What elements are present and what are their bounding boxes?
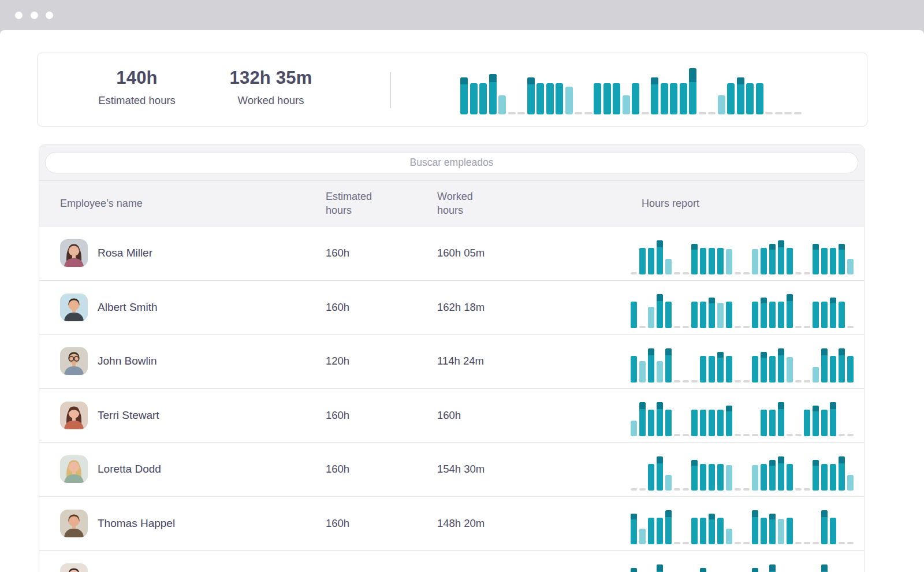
day-bar <box>631 568 637 572</box>
day-bar <box>639 402 646 436</box>
day-bar <box>700 410 706 436</box>
column-header-hours-report: Hours report <box>642 196 699 210</box>
employee-name: Thomas Happel <box>98 517 175 530</box>
day-off-dash <box>639 488 646 491</box>
overtime-cap <box>460 77 468 84</box>
overtime-cap <box>752 568 758 572</box>
estimated-hours-value: 160h <box>326 463 349 476</box>
employee-avatar <box>60 347 88 375</box>
worked-hours-value: 160h <box>437 409 461 422</box>
day-bar <box>787 294 793 328</box>
day-bar <box>648 307 654 328</box>
day-bar <box>726 529 732 544</box>
table-row[interactable]: Loretta Dodd 160h 154h 30m <box>39 443 864 497</box>
day-off-dash <box>683 380 689 382</box>
day-bar <box>778 456 784 491</box>
overtime-cap <box>709 514 715 519</box>
day-off-dash <box>847 542 854 544</box>
day-bar <box>769 244 776 274</box>
table-row[interactable]: John Bowlin 120h 114h 24m <box>39 335 864 389</box>
day-bar <box>761 248 767 274</box>
overtime-cap <box>839 456 845 463</box>
table-row[interactable]: Terri Stewart 160h 160h <box>39 389 864 443</box>
day-off-dash <box>795 488 802 491</box>
day-off-dash <box>794 112 802 114</box>
employee-avatar <box>60 455 88 483</box>
day-off-dash <box>735 380 741 382</box>
day-bar <box>726 465 732 491</box>
table-row[interactable]: Rosa Miller 160h 160h 05m <box>39 226 864 281</box>
window-maximize-button[interactable] <box>46 12 53 19</box>
day-off-dash <box>735 488 741 491</box>
table-row[interactable] <box>39 551 864 572</box>
search-input[interactable] <box>45 152 858 173</box>
overtime-cap <box>726 406 732 411</box>
day-bar <box>737 77 744 114</box>
day-bar <box>709 410 715 436</box>
day-bar <box>761 352 767 382</box>
day-off-dash <box>683 542 689 544</box>
day-bar <box>761 410 767 436</box>
day-bar <box>769 514 776 544</box>
day-bar <box>691 302 698 328</box>
day-bar <box>839 244 845 274</box>
day-bar <box>665 259 672 274</box>
day-bar <box>648 518 654 544</box>
day-bar <box>594 83 601 114</box>
table-row[interactable]: Thomas Happel 160h 148h 20m <box>39 497 864 551</box>
day-bar <box>665 510 672 544</box>
day-bar <box>726 249 732 274</box>
day-off-dash <box>674 326 680 328</box>
day-bar <box>839 456 845 491</box>
day-off-dash <box>743 434 750 436</box>
day-off-dash <box>674 434 680 436</box>
day-bar <box>752 465 758 491</box>
worked-hours-value: 114h 24m <box>437 355 484 367</box>
table-row[interactable]: Albert Smith 160h 162h 18m <box>39 281 864 335</box>
overtime-cap <box>665 510 672 517</box>
window-titlebar <box>0 0 924 30</box>
window-minimize-button[interactable] <box>31 12 38 19</box>
day-off-dash <box>804 542 810 544</box>
day-bar <box>631 514 637 544</box>
overtime-cap <box>769 460 776 466</box>
day-bar <box>527 77 535 114</box>
day-bar <box>813 244 819 274</box>
day-bar <box>830 356 836 382</box>
day-off-dash <box>743 488 750 491</box>
overtime-cap <box>778 240 784 247</box>
overtime-cap <box>778 348 784 355</box>
day-bar <box>839 348 845 382</box>
day-bar <box>752 249 758 274</box>
day-off-dash <box>683 272 689 274</box>
day-bar <box>778 402 784 436</box>
overtime-cap <box>830 298 836 303</box>
window-close-button[interactable] <box>15 12 23 19</box>
day-bar <box>821 410 828 436</box>
day-bar <box>726 356 732 382</box>
day-bar <box>623 95 630 114</box>
day-bar <box>821 348 828 382</box>
day-bar <box>709 464 715 491</box>
day-off-dash <box>683 488 689 491</box>
day-bar <box>665 410 672 436</box>
worked-hours-stat: 132h 35m Worked hours <box>190 68 352 107</box>
day-bar <box>761 298 767 328</box>
day-bar <box>639 529 646 544</box>
estimated-hours-value: 160h <box>326 517 349 530</box>
employee-name: Rosa Miller <box>98 247 152 259</box>
overtime-cap <box>631 568 637 572</box>
day-bar <box>632 83 639 114</box>
day-bar <box>752 510 758 544</box>
overtime-cap <box>830 402 836 409</box>
day-bar <box>847 356 854 382</box>
day-bar <box>709 356 715 382</box>
overtime-cap <box>778 456 784 463</box>
day-bar <box>830 402 836 436</box>
worked-hours-label: Worked hours <box>190 94 352 107</box>
overtime-cap <box>821 348 828 355</box>
employee-name: Terri Stewart <box>98 409 159 422</box>
day-bar <box>752 568 758 572</box>
day-off-dash <box>674 542 680 544</box>
worked-hours-value: 154h 30m <box>437 463 485 476</box>
